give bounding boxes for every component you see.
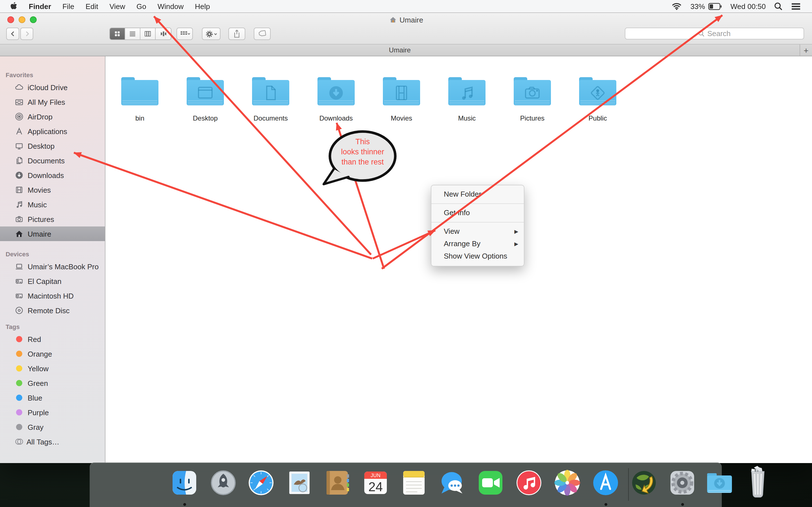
note-glyph-icon <box>458 84 475 101</box>
folder-downloads[interactable]: Downloads <box>303 75 369 122</box>
dock-app-store-icon[interactable] <box>591 467 621 498</box>
sidebar-item-label: Desktop <box>28 142 54 150</box>
battery-status[interactable]: 33% <box>691 2 722 10</box>
sidebar-item-label: Documents <box>28 156 65 165</box>
airdrop-icon <box>15 112 24 121</box>
context-menu-arrange-by[interactable]: Arrange By▶ <box>432 238 524 250</box>
dock-calendar-icon[interactable]: JUN 24 <box>360 467 391 498</box>
menu-help[interactable]: Help <box>189 2 216 10</box>
dock-launchpad-icon[interactable] <box>208 467 239 498</box>
dock-download-manager-icon[interactable] <box>629 467 659 498</box>
spotlight-icon[interactable] <box>774 2 783 10</box>
dock-safari-icon[interactable] <box>246 467 276 498</box>
sidebar-tag-red[interactable]: Red <box>0 332 105 346</box>
search-input[interactable]: Search <box>625 27 804 40</box>
forward-button[interactable] <box>20 27 33 40</box>
sidebar-item-el-capitan[interactable]: El Capitan <box>0 274 105 288</box>
sidebar-item-umaire[interactable]: Umaire <box>0 226 105 241</box>
sidebar-tag-blue[interactable]: Blue <box>0 390 105 405</box>
menu-finder[interactable]: Finder <box>23 2 57 10</box>
share-button[interactable] <box>229 27 245 40</box>
sidebar-item-icloud-drive[interactable]: iCloud Drive <box>0 80 105 95</box>
sidebar-tag-gray[interactable]: Gray <box>0 420 105 434</box>
tag-dot-gray-icon <box>16 424 22 431</box>
folder-label: Music <box>434 114 500 122</box>
sidebar-item-macbook-pro[interactable]: Umair’s MacBook Pro <box>0 259 105 274</box>
sidebar-all-tags[interactable]: All Tags… <box>0 434 105 449</box>
folder-desktop[interactable]: Desktop <box>172 75 238 122</box>
menu-view[interactable]: View <box>104 2 131 10</box>
sidebar-tag-purple[interactable]: Purple <box>0 405 105 420</box>
sidebar-item-label: Movies <box>28 186 51 194</box>
folder-label: Movies <box>369 114 434 122</box>
dock-photos-icon[interactable] <box>552 467 582 498</box>
camera-glyph-icon <box>524 84 541 101</box>
folder-bin[interactable]: bin <box>107 75 172 122</box>
dock-contacts-icon[interactable] <box>322 467 352 498</box>
files-tray-icon <box>15 98 24 107</box>
dock-mail-icon[interactable] <box>284 467 315 498</box>
folder-icon <box>514 77 551 105</box>
sidebar-item-documents[interactable]: Documents <box>0 153 105 168</box>
sidebar-item-label: Remote Disc <box>28 306 70 315</box>
dock-facetime-icon[interactable] <box>475 467 506 498</box>
dock-system-preferences-icon[interactable] <box>667 467 698 498</box>
wifi-icon[interactable] <box>672 2 682 10</box>
sidebar-item-airdrop[interactable]: AirDrop <box>0 109 105 124</box>
dock-downloads-folder-icon[interactable] <box>704 467 735 498</box>
sidebar-item-desktop[interactable]: Desktop <box>0 138 105 153</box>
sidebar-item-applications[interactable]: Applications <box>0 124 105 138</box>
running-indicator <box>183 503 186 506</box>
sidebar-item-pictures[interactable]: Pictures <box>0 212 105 226</box>
sidebar-tag-orange[interactable]: Orange <box>0 346 105 361</box>
menu-file[interactable]: File <box>57 2 80 10</box>
sidebar-item-downloads[interactable]: Downloads <box>0 168 105 182</box>
notification-center-icon[interactable] <box>791 3 801 10</box>
menu-edit[interactable]: Edit <box>80 2 104 10</box>
menu-window[interactable]: Window <box>152 2 190 10</box>
menu-go[interactable]: Go <box>131 2 152 10</box>
folder-icon <box>448 77 486 105</box>
dock-finder-icon[interactable] <box>169 467 200 498</box>
tab-bar: Umaire + <box>0 45 812 56</box>
download-circle-icon <box>15 171 24 180</box>
apple-menu-icon[interactable] <box>9 2 17 11</box>
menubar-clock[interactable]: Wed 00:50 <box>730 2 766 10</box>
action-gear-button[interactable] <box>202 27 220 40</box>
folder-label: Pictures <box>500 114 565 122</box>
dock-itunes-icon[interactable] <box>514 467 544 498</box>
coverflow-view-button[interactable] <box>156 28 171 40</box>
sidebar-item-label: Umair’s MacBook Pro <box>28 262 99 271</box>
sidebar-item-macintosh-hd[interactable]: Macintosh HD <box>0 288 105 303</box>
context-menu-view[interactable]: View▶ <box>432 225 524 238</box>
context-menu: New Folder Get Info View▶ Arrange By▶ Sh… <box>431 185 524 267</box>
context-menu-new-folder[interactable]: New Folder <box>432 188 524 201</box>
sidebar-item-all-my-files[interactable]: All My Files <box>0 95 105 109</box>
folder-movies[interactable]: Movies <box>369 75 434 122</box>
sidebar-item-label: Green <box>28 379 48 387</box>
folder-documents[interactable]: Documents <box>238 75 303 122</box>
folder-pictures[interactable]: Pictures <box>500 75 565 122</box>
sidebar-tag-green[interactable]: Green <box>0 376 105 390</box>
sidebar-item-music[interactable]: Music <box>0 197 105 212</box>
new-tab-button[interactable]: + <box>800 45 812 56</box>
dock-messages-icon[interactable] <box>437 467 467 498</box>
dock-notes-icon[interactable] <box>399 467 429 498</box>
arrange-button[interactable] <box>176 27 193 40</box>
icon-view-button[interactable] <box>110 28 125 40</box>
dock-trash-icon[interactable] <box>743 465 773 498</box>
column-view-button[interactable] <box>140 28 156 40</box>
sidebar-item-movies[interactable]: Movies <box>0 182 105 197</box>
window-glyph-icon <box>197 84 214 101</box>
sidebar-item-remote-disc[interactable]: Remote Disc <box>0 303 105 318</box>
context-menu-show-view-options[interactable]: Show View Options <box>432 250 524 263</box>
sidebar-tag-yellow[interactable]: Yellow <box>0 361 105 376</box>
sidebar-item-label: Gray <box>28 423 43 431</box>
context-menu-get-info[interactable]: Get Info <box>432 207 524 219</box>
folder-public[interactable]: Public <box>565 75 630 122</box>
back-button[interactable] <box>6 27 19 40</box>
folder-music[interactable]: Music <box>434 75 500 122</box>
tag-button[interactable] <box>254 27 271 40</box>
tab-umaire[interactable]: Umaire <box>0 46 800 54</box>
list-view-button[interactable] <box>125 28 140 40</box>
